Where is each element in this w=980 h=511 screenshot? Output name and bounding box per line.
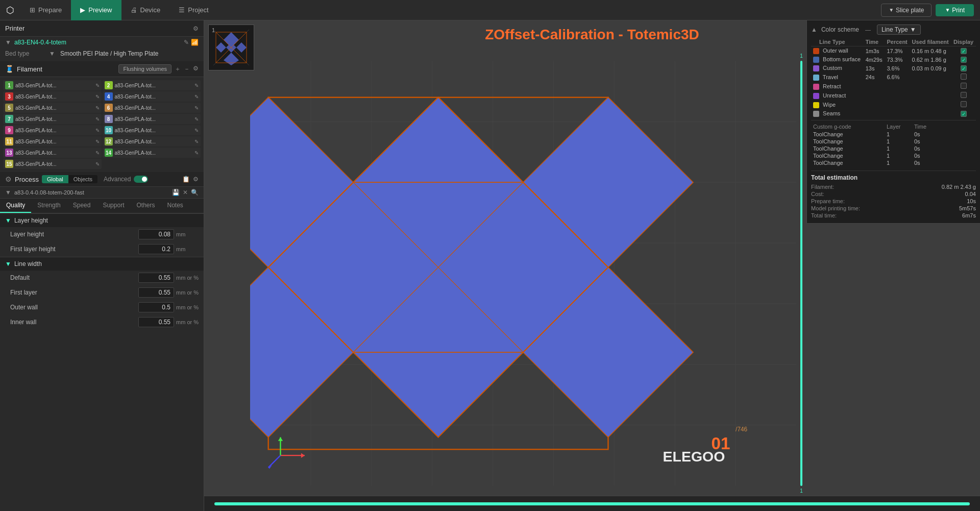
quality-tab-support[interactable]: Support <box>96 199 130 213</box>
topbar-right: ▼ Slice plate ▼ Print <box>881 4 980 17</box>
printer-gear-icon[interactable]: ⚙ <box>193 25 199 32</box>
gcode-row-0: ToolChange 1 0s <box>811 131 976 138</box>
filament-edit-icon-15[interactable]: ✎ <box>95 161 100 167</box>
process-copy-icon[interactable]: 📋 <box>182 176 190 183</box>
filament-item-12[interactable]: 12 a83-GenPLA-tot... ✎ <box>103 136 201 147</box>
print-button[interactable]: ▼ Print <box>936 4 974 16</box>
slice-plate-button[interactable]: ▼ Slice plate <box>881 4 932 17</box>
tab-preview[interactable]: ▶ Preview <box>71 0 121 20</box>
filament-item-7[interactable]: 7 a83-GenPLA-tot... ✎ <box>3 114 102 124</box>
tab-device[interactable]: 🖨 Device <box>121 0 170 20</box>
outer-wall-width-unit: mm or % <box>176 304 199 310</box>
tab-project[interactable]: ☰ Project <box>169 0 217 20</box>
preview-thumbnail[interactable]: 1 <box>208 25 254 70</box>
filament-item-11[interactable]: 11 a83-GenPLA-tot... ✎ <box>3 136 102 147</box>
cs-check-3[interactable] <box>951 72 976 82</box>
filament-item-6[interactable]: 6 a83-GenPLA-tot... ✎ <box>103 103 201 113</box>
printer-wifi-icon[interactable]: 📶 <box>191 39 199 46</box>
gcode-time-1: 0s <box>914 138 974 144</box>
cs-time-5 <box>864 91 885 100</box>
gcode-row-2: ToolChange 1 0s <box>811 145 976 152</box>
filament-label-1: a83-GenPLA-tot... <box>15 83 93 88</box>
filament-edit-icon-7[interactable]: ✎ <box>95 116 100 122</box>
layer-height-group-header[interactable]: ▼ Layer height <box>0 213 204 227</box>
filament-gear-icon[interactable]: ⚙ <box>193 65 199 74</box>
quality-tab-quality[interactable]: Quality <box>0 199 31 213</box>
filament-edit-icon-3[interactable]: ✎ <box>95 94 100 100</box>
printer-icons: ✎ 📶 <box>184 39 199 46</box>
filament-item-9[interactable]: 9 a83-GenPLA-tot... ✎ <box>3 125 102 135</box>
color-scheme-dropdown-arrow: ▼ <box>910 26 916 33</box>
filament-item-4[interactable]: 4 a83-GenPLA-tot... ✎ <box>103 91 201 102</box>
printer-name[interactable]: a83-EN4-0.4-totem <box>14 39 181 46</box>
progress-track[interactable] <box>214 502 970 505</box>
cs-check-1[interactable]: ✓ <box>951 55 976 64</box>
preset-close-icon[interactable]: ✕ <box>183 189 188 196</box>
outer-wall-width-input[interactable] <box>138 302 174 312</box>
filament-edit-icon-10[interactable]: ✎ <box>194 128 199 133</box>
quality-tab-others[interactable]: Others <box>130 199 161 213</box>
first-layer-height-input[interactable] <box>138 244 174 254</box>
flushing-volumes-button[interactable]: Flushing volumes <box>118 64 172 74</box>
preset-save-icon[interactable]: 💾 <box>172 189 180 196</box>
filament-item-2[interactable]: 2 a83-GenPLA-tot... ✎ <box>103 80 201 90</box>
cs-label-0: Outer wall <box>823 47 848 54</box>
layer-slider-vertical[interactable]: 1 1 <box>797 51 805 496</box>
line-width-group-title: Line width <box>14 260 42 267</box>
filament-item-10[interactable]: 10 a83-GenPLA-tot... ✎ <box>103 125 201 135</box>
tab-prepare[interactable]: ⊞ Prepare <box>20 0 71 20</box>
quality-tab-strength[interactable]: Strength <box>31 199 66 213</box>
first-layer-width-input[interactable] <box>138 287 174 298</box>
color-scheme-collapse-icon[interactable]: ▲ <box>811 26 817 33</box>
filament-add-icon[interactable]: ＋ <box>175 65 181 74</box>
filament-edit-icon-11[interactable]: ✎ <box>95 139 100 144</box>
inner-wall-width-input[interactable] <box>138 317 174 327</box>
cs-check-0[interactable]: ✓ <box>951 46 976 56</box>
bed-type-value[interactable]: Smooth PEI Plate / High Temp Plate <box>60 50 159 57</box>
filament-edit-icon-9[interactable]: ✎ <box>95 128 100 133</box>
total-est-label: Total time: <box>811 212 837 218</box>
filament-item-1[interactable]: 1 a83-GenPLA-tot... ✎ <box>3 80 102 90</box>
layer-slider-track[interactable] <box>800 61 802 486</box>
color-scheme-panel: ▲ Color scheme — Line Type ▼ Line Type T… <box>806 20 980 224</box>
filament-item-8[interactable]: 8 a83-GenPLA-tot... ✎ <box>103 114 201 124</box>
filament-item-13[interactable]: 13 a83-GenPLA-tot... ✎ <box>3 148 102 158</box>
default-width-input[interactable] <box>138 273 174 283</box>
printer-edit-icon[interactable]: ✎ <box>184 39 189 46</box>
cs-percent-2: 3.6% <box>885 64 910 72</box>
preset-name[interactable]: a83-0.4-0.08-totem-200-fast <box>14 189 169 196</box>
filament-edit-icon-6[interactable]: ✎ <box>194 105 199 111</box>
line-width-group-header[interactable]: ▼ Line width <box>0 257 204 271</box>
filament-item-15[interactable]: 15 a83-GenPLA-tot... ✎ <box>3 159 102 169</box>
filament-edit-icon-13[interactable]: ✎ <box>95 150 100 156</box>
filament-item-14[interactable]: 14 a83-GenPLA-tot... ✎ <box>103 148 201 158</box>
filament-item-5[interactable]: 5 a83-GenPLA-tot... ✎ <box>3 103 102 113</box>
cs-check-6[interactable] <box>951 100 976 109</box>
topbar: ⬡ ⊞ Prepare ▶ Preview 🖨 Device ☰ Project… <box>0 0 980 20</box>
preset-search-icon[interactable]: 🔍 <box>191 189 199 196</box>
quality-tab-notes[interactable]: Notes <box>161 199 189 213</box>
global-toggle-item[interactable]: Global <box>42 175 68 183</box>
filament-edit-icon-2[interactable]: ✎ <box>194 83 199 88</box>
filament-edit-icon-14[interactable]: ✎ <box>194 150 199 156</box>
objects-toggle-item[interactable]: Objects <box>68 175 97 183</box>
filament-item-3[interactable]: 3 a83-GenPLA-tot... ✎ <box>3 91 102 102</box>
cs-check-5[interactable] <box>951 91 976 100</box>
filament-remove-icon[interactable]: － <box>184 65 190 74</box>
process-settings-icon[interactable]: ⚙ <box>193 176 199 183</box>
cs-check-7[interactable]: ✓ <box>951 109 976 118</box>
filament-edit-icon-12[interactable]: ✎ <box>194 139 199 144</box>
cs-check-2[interactable]: ✓ <box>951 64 976 72</box>
cs-check-4[interactable] <box>951 82 976 91</box>
layer-height-input[interactable] <box>138 229 174 239</box>
filament-edit-icon-8[interactable]: ✎ <box>194 116 199 122</box>
main-3d-view[interactable]: ELEGOO 01 /746 <box>250 51 796 496</box>
cs-time-0: 1m3s <box>864 46 885 56</box>
quality-tab-speed[interactable]: Speed <box>67 199 97 213</box>
color-scheme-dropdown[interactable]: Line Type ▼ <box>877 25 921 35</box>
filament-edit-icon-4[interactable]: ✎ <box>194 94 199 100</box>
filament-label-6: a83-GenPLA-tot... <box>115 105 193 111</box>
filament-edit-icon-5[interactable]: ✎ <box>95 105 100 111</box>
advanced-toggle[interactable] <box>134 176 148 183</box>
filament-edit-icon-1[interactable]: ✎ <box>95 83 100 88</box>
